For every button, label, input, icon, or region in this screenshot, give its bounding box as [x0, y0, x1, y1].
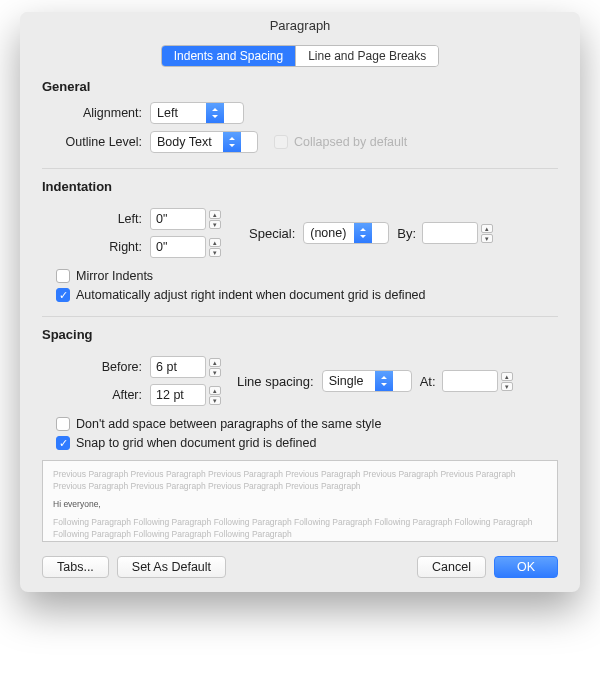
checkbox-icon [56, 269, 70, 283]
auto-adjust-checkbox[interactable]: ✓ Automatically adjust right indent when… [56, 288, 558, 302]
snap-to-grid-checkbox[interactable]: ✓ Snap to grid when document grid is def… [56, 436, 558, 450]
at-value [442, 370, 498, 392]
alignment-select[interactable]: Left [150, 102, 244, 124]
after-value: 12 pt [150, 384, 206, 406]
indent-by-value [422, 222, 478, 244]
mirror-indents-checkbox[interactable]: Mirror Indents [56, 269, 558, 283]
line-spacing-select[interactable]: Single [322, 370, 412, 392]
label-by: By: [397, 226, 416, 241]
tab-bar: Indents and Spacing Line and Page Breaks [42, 45, 558, 67]
heading-spacing: Spacing [42, 327, 558, 342]
outline-value: Body Text [151, 135, 223, 149]
label-before: Before: [42, 360, 150, 374]
stepper[interactable]: ▴▾ [501, 370, 515, 392]
spacing-at-field[interactable]: ▴▾ [442, 370, 515, 392]
label-left: Left: [42, 212, 150, 226]
stepper[interactable]: ▴▾ [481, 222, 495, 244]
window-title: Paragraph [20, 12, 580, 43]
stepper[interactable]: ▴▾ [209, 384, 223, 406]
tab-indents-spacing[interactable]: Indents and Spacing [162, 46, 295, 66]
updown-icon [375, 371, 393, 391]
line-spacing-value: Single [323, 374, 375, 388]
mirror-label: Mirror Indents [76, 269, 153, 283]
updown-icon [354, 223, 372, 243]
checkbox-icon [56, 417, 70, 431]
preview-following: Following Paragraph Following Paragraph … [53, 517, 547, 541]
label-alignment: Alignment: [42, 106, 150, 120]
label-line-spacing: Line spacing: [237, 374, 314, 389]
indent-left-value: 0" [150, 208, 206, 230]
tabs-button[interactable]: Tabs... [42, 556, 109, 578]
divider [42, 168, 558, 169]
set-as-default-button[interactable]: Set As Default [117, 556, 226, 578]
checkbox-icon [274, 135, 288, 149]
special-select[interactable]: (none) [303, 222, 389, 244]
before-value: 6 pt [150, 356, 206, 378]
label-at: At: [420, 374, 436, 389]
section-spacing: Spacing Before: 6 pt ▴▾ After: 12 pt [42, 327, 558, 450]
tab-line-page-breaks[interactable]: Line and Page Breaks [295, 46, 438, 66]
label-after: After: [42, 388, 150, 402]
indent-right-value: 0" [150, 236, 206, 258]
stepper[interactable]: ▴▾ [209, 236, 223, 258]
ok-button[interactable]: OK [494, 556, 558, 578]
updown-icon [206, 103, 224, 123]
label-right: Right: [42, 240, 150, 254]
collapsed-checkbox: Collapsed by default [274, 135, 407, 149]
stepper[interactable]: ▴▾ [209, 356, 223, 378]
label-special: Special: [249, 226, 295, 241]
updown-icon [223, 132, 241, 152]
heading-general: General [42, 79, 558, 94]
button-row: Tabs... Set As Default Cancel OK [42, 556, 558, 578]
preview-sample: Hi everyone, [53, 499, 547, 511]
special-value: (none) [304, 226, 354, 240]
checkbox-icon: ✓ [56, 288, 70, 302]
stepper[interactable]: ▴▾ [209, 208, 223, 230]
section-general: General Alignment: Left Outline Level: B… [42, 79, 558, 154]
indent-right-field[interactable]: 0" ▴▾ [150, 236, 223, 258]
indent-by-field[interactable]: ▴▾ [422, 222, 495, 244]
heading-indentation: Indentation [42, 179, 558, 194]
divider [42, 316, 558, 317]
dont-add-space-checkbox[interactable]: Don't add space between paragraphs of th… [56, 417, 558, 431]
auto-adjust-label: Automatically adjust right indent when d… [76, 288, 426, 302]
cancel-button[interactable]: Cancel [417, 556, 486, 578]
dont-add-label: Don't add space between paragraphs of th… [76, 417, 381, 431]
outline-level-select[interactable]: Body Text [150, 131, 258, 153]
spacing-after-field[interactable]: 12 pt ▴▾ [150, 384, 223, 406]
section-indentation: Indentation Left: 0" ▴▾ Right: 0" [42, 179, 558, 302]
spacing-before-field[interactable]: 6 pt ▴▾ [150, 356, 223, 378]
snap-label: Snap to grid when document grid is defin… [76, 436, 316, 450]
indent-left-field[interactable]: 0" ▴▾ [150, 208, 223, 230]
label-outline-level: Outline Level: [42, 135, 150, 149]
preview-previous: Previous Paragraph Previous Paragraph Pr… [53, 469, 547, 493]
paragraph-dialog: Paragraph Indents and Spacing Line and P… [20, 12, 580, 592]
alignment-value: Left [151, 106, 206, 120]
collapsed-label: Collapsed by default [294, 135, 407, 149]
checkbox-icon: ✓ [56, 436, 70, 450]
preview-box: Previous Paragraph Previous Paragraph Pr… [42, 460, 558, 542]
